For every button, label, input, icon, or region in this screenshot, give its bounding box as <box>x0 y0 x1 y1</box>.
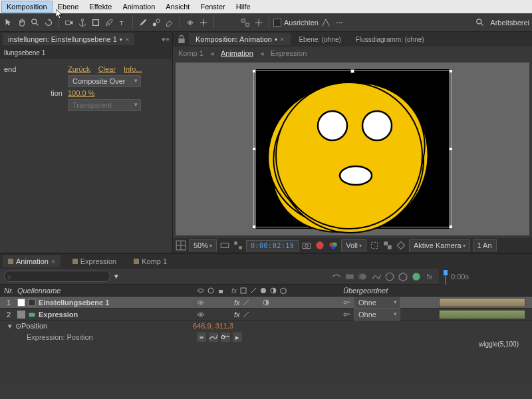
selection-tool-icon[interactable] <box>3 17 15 29</box>
effects-icon[interactable]: fx <box>424 271 435 282</box>
panel-menu-icon[interactable]: ▾≡ <box>162 35 170 44</box>
track-bar-2[interactable] <box>439 309 532 321</box>
hdr-adj-icon[interactable] <box>269 287 277 295</box>
position-property[interactable]: ▾ ⊙ Position 646,9, 311,3 <box>0 321 532 331</box>
menu-animation[interactable]: Animation <box>117 1 160 13</box>
text-tool-icon[interactable]: T <box>116 17 128 29</box>
hdr-lock-icon[interactable] <box>217 287 225 295</box>
hdr-collapse-icon[interactable] <box>239 287 247 295</box>
cti-icon[interactable] <box>442 269 450 285</box>
expr-language-icon[interactable]: ▸ <box>233 332 242 342</box>
expr-graph-icon[interactable] <box>209 332 218 342</box>
expression-code[interactable]: wiggle(5,100) <box>479 340 519 348</box>
views-dropdown[interactable]: 1 An <box>473 239 497 251</box>
more-tools-icon[interactable] <box>333 17 345 29</box>
zoom-dropdown[interactable]: 50%▾ <box>189 239 217 251</box>
snap-options-icon[interactable] <box>320 17 332 29</box>
rotate-tool-icon[interactable] <box>43 17 55 29</box>
svg-point-62 <box>344 301 346 304</box>
eraser-tool-icon[interactable] <box>164 17 176 29</box>
workspace-label[interactable]: Arbeitsberei <box>490 19 529 27</box>
brush-tool-icon[interactable] <box>137 17 149 29</box>
shape-tool-icon[interactable] <box>90 17 102 29</box>
svg-point-65 <box>344 313 346 316</box>
expr-pickwhip-icon[interactable] <box>221 332 230 342</box>
adjustment-layer-icon <box>28 299 36 307</box>
menu-hilfe[interactable]: Hilfe <box>231 1 256 13</box>
position-value[interactable]: 646,9, 311,3 <box>193 322 339 330</box>
clone-tool-icon[interactable] <box>150 17 162 29</box>
bc-expression[interactable]: Expression <box>271 49 307 57</box>
hdr-3d-icon[interactable] <box>279 287 287 295</box>
blend-mode-dropdown[interactable]: Composite Over <box>68 75 141 87</box>
live-update-icon[interactable] <box>411 271 422 282</box>
time-ruler[interactable]: 0:00s <box>439 269 532 285</box>
transparent-dropdown[interactable]: Transparent <box>68 99 141 111</box>
bc-komp1[interactable]: Komp 1 <box>178 49 203 57</box>
bc-animation[interactable]: Animation <box>221 49 253 57</box>
parent-dropdown-1[interactable]: Ohne <box>354 297 400 309</box>
hdr-quality-icon[interactable] <box>249 287 257 295</box>
twirl-icon[interactable]: ▾ <box>8 322 12 331</box>
menu-komposition[interactable]: Komposition <box>1 1 53 13</box>
hdr-solo-icon[interactable] <box>207 287 215 295</box>
effect-name: end <box>4 65 68 73</box>
draft3d-icon[interactable] <box>398 271 408 282</box>
effect-tab[interactable]: instellungen: Einstellungsebene 1▾× <box>3 33 134 45</box>
effect-controls-panel: instellungen: Einstellungsebene 1▾× ▾≡ l… <box>0 32 173 253</box>
graph-editor-icon[interactable] <box>371 271 382 282</box>
menu-fenster[interactable]: Fenster <box>195 1 230 13</box>
camera-tool-icon[interactable] <box>63 17 75 29</box>
expression-row[interactable]: Expression: Position ≡ ▸ <box>0 331 532 343</box>
pickwhip-icon[interactable] <box>343 299 351 307</box>
menu-ebene[interactable]: Ebene <box>53 1 84 13</box>
resolution-icon[interactable] <box>219 240 230 251</box>
hand-tool-icon[interactable] <box>16 17 28 29</box>
composition-tab[interactable]: Komposition: Animation▾× <box>189 33 291 45</box>
svg-point-66 <box>221 336 225 339</box>
shy-icon[interactable] <box>331 271 342 282</box>
brainstorm-icon[interactable] <box>384 271 395 282</box>
hdr-mb-icon[interactable] <box>259 287 267 295</box>
timeline-search-input[interactable] <box>4 271 110 282</box>
composition-viewer[interactable] <box>176 63 529 235</box>
menu-effekte[interactable]: Effekte <box>84 1 117 13</box>
pen-tool-icon[interactable] <box>103 17 115 29</box>
align-checkbox[interactable]: Ausrichten <box>273 19 319 27</box>
parent-dropdown-2[interactable]: Ohne <box>354 309 400 321</box>
flowchart-tab[interactable]: Flussdiagramm: (ohne) <box>349 34 431 45</box>
svg-line-21 <box>481 23 483 25</box>
back-link[interactable]: Zurück <box>68 65 90 73</box>
tl-tab-komp1[interactable]: Komp 1 <box>128 255 172 267</box>
stopwatch-icon[interactable]: ⊙ <box>15 322 21 331</box>
lock-icon[interactable] <box>176 33 188 45</box>
info-link[interactable]: Info... <box>124 65 142 73</box>
layer-tab[interactable]: Ebene: (ohne) <box>292 34 347 45</box>
snap-edge-icon[interactable] <box>253 17 265 29</box>
search-icon[interactable] <box>474 17 486 29</box>
tl-tab-expression[interactable]: Expression <box>67 255 122 267</box>
svg-point-8 <box>156 19 160 22</box>
menu-ansicht[interactable]: Ansicht <box>160 1 195 13</box>
hdr-eye-icon[interactable] <box>197 287 205 295</box>
tl-tab-animation[interactable]: Animation× <box>3 255 61 267</box>
grid-toggle-icon[interactable] <box>176 240 186 251</box>
svg-point-20 <box>477 19 481 23</box>
zoom-tool-icon[interactable] <box>29 17 41 29</box>
anchor-tool-icon[interactable] <box>76 17 88 29</box>
track-bar-1[interactable] <box>439 297 532 309</box>
svg-rect-63 <box>29 313 35 317</box>
opacity-value[interactable]: 100,0 % <box>68 89 94 97</box>
expr-enable-icon[interactable]: ≡ <box>197 332 206 342</box>
channel-icon[interactable] <box>233 240 243 251</box>
timeline-menu-icon[interactable]: ▾ <box>114 272 124 281</box>
svg-point-18 <box>338 22 340 23</box>
pickwhip-icon[interactable] <box>343 311 351 319</box>
puppet-tool-icon[interactable] <box>198 17 209 29</box>
frame-blend-icon[interactable] <box>344 271 355 282</box>
close-tab-icon[interactable]: × <box>125 35 129 43</box>
snap-grid-icon[interactable] <box>239 17 251 29</box>
roto-tool-icon[interactable] <box>184 17 196 29</box>
clear-link[interactable]: Clear <box>98 65 116 73</box>
motion-blur-icon[interactable] <box>358 271 368 282</box>
